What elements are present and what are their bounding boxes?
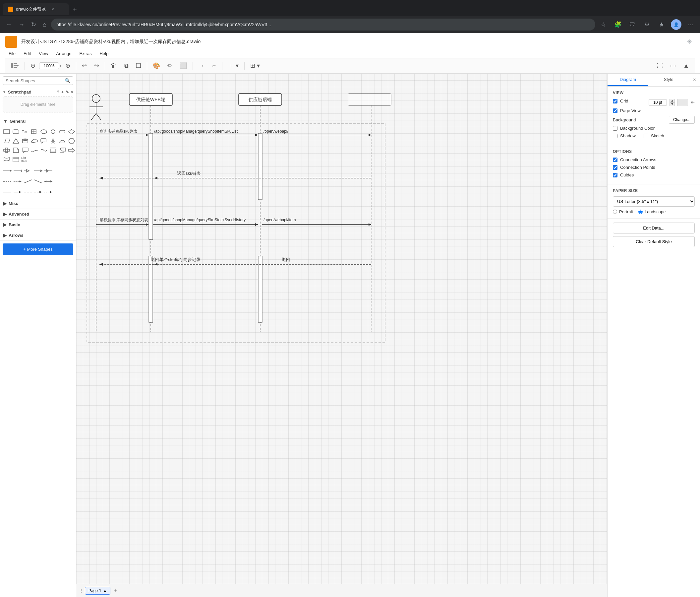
shape-flag[interactable] bbox=[3, 156, 10, 164]
basic-header[interactable]: ▶ Basic bbox=[0, 219, 76, 230]
general-header[interactable]: ▼ General bbox=[0, 116, 76, 126]
collapse-button[interactable]: ▲ bbox=[680, 61, 692, 71]
canvas-area[interactable]: 供应链WEB端 供应链后端 bbox=[76, 74, 607, 597]
shield-icon[interactable]: 🛡 bbox=[627, 19, 638, 30]
portrait-radio[interactable] bbox=[613, 210, 617, 214]
edit-data-button[interactable]: Edit Data... bbox=[613, 222, 695, 234]
shape-person[interactable] bbox=[49, 137, 57, 145]
theme-toggle-icon[interactable]: ☀ bbox=[684, 37, 695, 47]
landscape-label[interactable]: Landscape bbox=[639, 209, 666, 214]
page-tab-1[interactable]: Page-1 ▲ bbox=[85, 587, 110, 595]
copy-button[interactable]: ⧉ bbox=[121, 61, 131, 71]
grid-checkbox[interactable] bbox=[613, 99, 618, 103]
arrows-header[interactable]: ▶ Arrows bbox=[0, 230, 76, 240]
more-shapes-button[interactable]: + More Shapes bbox=[3, 243, 73, 255]
menu-view[interactable]: View bbox=[35, 50, 51, 57]
line-dash-arrow[interactable] bbox=[33, 189, 43, 195]
page-menu-button[interactable]: ⋮ bbox=[79, 588, 83, 593]
connection-arrows-checkbox[interactable] bbox=[613, 158, 618, 162]
zoom-display[interactable]: 100% bbox=[39, 62, 59, 69]
shadow-button[interactable]: ⬜ bbox=[177, 61, 190, 71]
favorites-icon[interactable]: ★ bbox=[656, 19, 667, 30]
line-color-button[interactable]: ✏ bbox=[165, 61, 175, 71]
page-view-checkbox[interactable] bbox=[613, 109, 618, 113]
line-diagonal-2[interactable] bbox=[33, 178, 43, 185]
line-arrow-5[interactable] bbox=[44, 167, 53, 174]
line-arrow-4[interactable] bbox=[33, 167, 43, 174]
more-options-icon[interactable]: ⋯ bbox=[685, 19, 696, 30]
clear-default-style-button[interactable]: Clear Default Style bbox=[613, 236, 695, 247]
advanced-header[interactable]: ▶ Advanced bbox=[0, 209, 76, 219]
grid-size-input[interactable] bbox=[649, 99, 667, 106]
line-long-dash[interactable] bbox=[23, 189, 32, 195]
shape-wave[interactable] bbox=[30, 146, 39, 154]
address-bar[interactable] bbox=[51, 19, 595, 30]
redo-button[interactable]: ↪ bbox=[91, 61, 102, 71]
line-arrow-2[interactable] bbox=[13, 167, 22, 174]
line-arrow-1[interactable] bbox=[3, 167, 12, 174]
shadow-checkbox[interactable] bbox=[613, 134, 618, 138]
misc-header[interactable]: ▶ Misc bbox=[0, 198, 76, 209]
table-button[interactable]: ⊞ ▾ bbox=[247, 61, 263, 71]
insert-button[interactable]: ＋ ▾ bbox=[225, 61, 242, 71]
shape-frame[interactable] bbox=[49, 146, 57, 154]
shape-diamond[interactable] bbox=[68, 128, 76, 136]
refresh-button[interactable]: ↻ bbox=[29, 20, 38, 29]
menu-edit[interactable]: Edit bbox=[20, 50, 34, 57]
shape-triangle[interactable] bbox=[12, 137, 20, 145]
line-arrow-solid[interactable] bbox=[13, 189, 22, 195]
shape-box3d[interactable] bbox=[58, 146, 66, 154]
scratchpad-edit-icon[interactable]: ✎ bbox=[66, 90, 69, 95]
delete-button[interactable]: 🗑 bbox=[108, 61, 120, 71]
grid-spin-down[interactable]: ▼ bbox=[670, 102, 675, 106]
shape-rounded-rect[interactable] bbox=[12, 128, 20, 136]
tab-style[interactable]: Style bbox=[648, 74, 689, 86]
landscape-radio[interactable] bbox=[639, 210, 643, 214]
page-tab-arrow[interactable]: ▲ bbox=[103, 589, 107, 592]
scratchpad-close-icon[interactable]: × bbox=[71, 90, 73, 95]
shape-cylinder[interactable] bbox=[21, 137, 29, 145]
shape-circle[interactable] bbox=[49, 128, 57, 136]
scratchpad-header[interactable]: ▼ Scratchpad ? + ✎ × bbox=[3, 90, 73, 95]
grid-color-swatch[interactable] bbox=[677, 99, 688, 106]
shape-list[interactable] bbox=[12, 156, 20, 164]
shape-text[interactable]: Text bbox=[21, 128, 29, 136]
shape-hexagon[interactable] bbox=[68, 137, 76, 145]
menu-help[interactable]: Help bbox=[96, 50, 112, 57]
panel-toggle-button[interactable]: ▭ bbox=[667, 61, 679, 71]
line-both-arrow[interactable] bbox=[44, 178, 53, 185]
line-solid[interactable] bbox=[3, 189, 12, 195]
line-dash-1[interactable] bbox=[3, 178, 12, 185]
shape-rounded2[interactable] bbox=[58, 128, 66, 136]
line-dot-arrow[interactable] bbox=[44, 189, 53, 195]
sketch-checkbox[interactable] bbox=[644, 134, 648, 138]
waypoint-button[interactable]: ⌐ bbox=[209, 61, 219, 71]
tab-close-button[interactable]: × bbox=[51, 6, 54, 12]
connection-points-checkbox[interactable] bbox=[613, 165, 618, 170]
change-background-button[interactable]: Change... bbox=[669, 116, 695, 124]
grid-color-edit-button[interactable]: ✏ bbox=[691, 100, 695, 105]
home-button[interactable]: ⌂ bbox=[41, 20, 48, 29]
search-icon[interactable]: 🔍 bbox=[65, 78, 70, 83]
paper-size-select[interactable]: US-Letter (8.5" x 11") bbox=[613, 196, 695, 207]
shape-half-circle[interactable] bbox=[58, 137, 66, 145]
search-input[interactable] bbox=[6, 78, 62, 83]
shape-list2[interactable]: List Item bbox=[21, 156, 29, 164]
extensions-icon[interactable]: 🧩 bbox=[612, 19, 623, 30]
tab-diagram[interactable]: Diagram bbox=[607, 74, 648, 86]
bookmark-star-icon[interactable]: ☆ bbox=[598, 19, 608, 30]
shape-note[interactable] bbox=[30, 128, 39, 136]
shape-parallelogram[interactable] bbox=[3, 137, 10, 145]
settings-icon[interactable]: ⚙ bbox=[642, 19, 652, 30]
active-tab[interactable]: drawio文件预览 × bbox=[3, 3, 69, 15]
line-arrow-3[interactable] bbox=[23, 167, 32, 174]
fullscreen-button[interactable]: ⛶ bbox=[654, 61, 666, 71]
shape-ellipse[interactable] bbox=[40, 128, 48, 136]
connection-button[interactable]: → bbox=[196, 61, 207, 71]
shape-callout[interactable] bbox=[40, 137, 48, 145]
bg-color-checkbox[interactable] bbox=[613, 126, 618, 131]
fill-color-button[interactable]: 🎨 bbox=[150, 61, 163, 71]
grid-spin-up[interactable]: ▲ bbox=[670, 99, 675, 102]
new-tab-button[interactable]: + bbox=[70, 4, 79, 15]
guides-checkbox[interactable] bbox=[613, 173, 618, 177]
